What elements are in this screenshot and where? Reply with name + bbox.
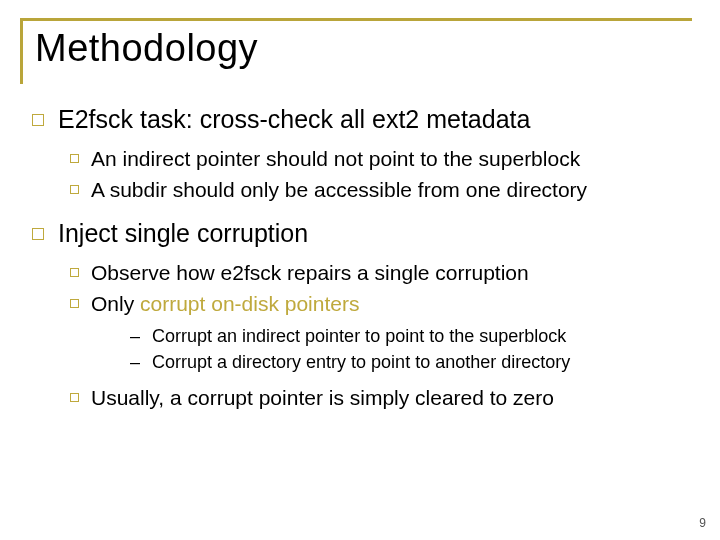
sublist: An indirect pointer should not point to … [70,145,692,204]
bullet-text: Corrupt a directory entry to point to an… [152,350,570,374]
bullet-lvl2: Usually, a corrupt pointer is simply cle… [70,384,692,412]
page-number: 9 [699,516,706,530]
bullet-lvl2: Only corrupt on-disk pointers [70,290,692,318]
bullet-text: Observe how e2fsck repairs a single corr… [91,259,529,287]
square-bullet-icon [70,154,79,163]
sublist: Observe how e2fsck repairs a single corr… [70,259,692,413]
bullet-lvl2: An indirect pointer should not point to … [70,145,692,173]
bullet-lvl3: – Corrupt an indirect pointer to point t… [130,324,692,348]
bullet-text: Usually, a corrupt pointer is simply cle… [91,384,554,412]
slide-title: Methodology [35,27,692,70]
bullet-text: E2fsck task: cross-check all ext2 metada… [58,104,530,135]
accent-text: corrupt on-disk pointers [140,292,359,315]
bullet-lvl1: E2fsck task: cross-check all ext2 metada… [32,104,692,135]
square-bullet-icon [70,393,79,402]
bullet-lvl3: – Corrupt a directory entry to point to … [130,350,692,374]
bullet-text: Corrupt an indirect pointer to point to … [152,324,566,348]
bullet-text: Only corrupt on-disk pointers [91,290,359,318]
section-e2fsck: E2fsck task: cross-check all ext2 metada… [32,104,692,204]
sub-sublist: – Corrupt an indirect pointer to point t… [130,324,692,375]
square-bullet-icon [70,268,79,277]
bullet-text-prefix: Only [91,292,140,315]
square-bullet-icon [32,114,44,126]
square-bullet-icon [70,299,79,308]
bullet-lvl2: Observe how e2fsck repairs a single corr… [70,259,692,287]
bullet-text: A subdir should only be accessible from … [91,176,587,204]
bullet-lvl1: Inject single corruption [32,218,692,249]
dash-bullet-icon: – [130,324,140,348]
title-container: Methodology [20,18,692,84]
bullet-text: An indirect pointer should not point to … [91,145,580,173]
square-bullet-icon [32,228,44,240]
square-bullet-icon [70,185,79,194]
section-inject: Inject single corruption Observe how e2f… [32,218,692,413]
bullet-text: Inject single corruption [58,218,308,249]
bullet-lvl2: A subdir should only be accessible from … [70,176,692,204]
dash-bullet-icon: – [130,350,140,374]
